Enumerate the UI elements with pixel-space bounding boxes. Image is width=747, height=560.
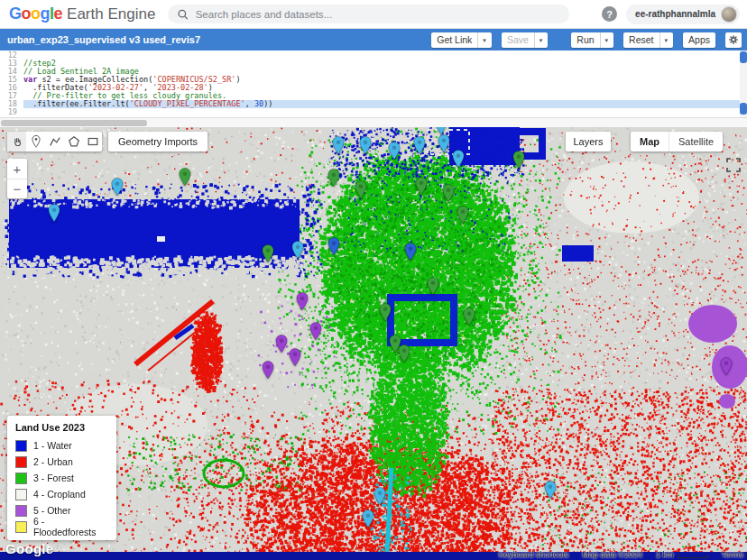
scrollbar-thumb[interactable]: [1, 120, 147, 126]
map-marker[interactable]: [332, 136, 345, 155]
top-header: Google Earth Engine ? ee-rathphannalmla: [0, 0, 747, 29]
legend-item: 1 - Water: [15, 437, 108, 454]
map-marker[interactable]: [291, 241, 304, 260]
geometry-toolbar: [7, 132, 102, 151]
legend-label: 3 - Forest: [33, 473, 74, 483]
logo-letter: g: [41, 5, 51, 23]
chevron-down-icon[interactable]: ▾: [477, 32, 486, 48]
map-type-satellite-button[interactable]: Satellite: [669, 132, 723, 151]
google-logo: Google: [9, 5, 62, 23]
map-marker[interactable]: [720, 357, 733, 376]
map-marker[interactable]: [275, 335, 288, 353]
apps-button[interactable]: Apps: [683, 32, 715, 48]
map-area[interactable]: Geometry Imports Layers Map Satellite + …: [0, 127, 747, 560]
layers-button[interactable]: Layers: [566, 132, 611, 151]
code-editor[interactable]: 1213//step214// Load Sentinel 2A image15…: [0, 50, 747, 127]
zoom-out-button[interactable]: −: [7, 179, 27, 198]
polygon-tool-button[interactable]: [64, 132, 83, 151]
map-marker[interactable]: [327, 237, 340, 256]
map-marker[interactable]: [327, 169, 340, 188]
logo-letter: e: [54, 5, 63, 23]
code-line[interactable]: 19: [0, 108, 740, 116]
map-marker[interactable]: [359, 136, 372, 155]
code-line[interactable]: 12: [0, 51, 740, 60]
map-marker[interactable]: [544, 481, 557, 500]
chevron-down-icon[interactable]: ▾: [600, 32, 609, 48]
pan-tool-button[interactable]: [7, 132, 26, 151]
chevron-down-icon[interactable]: ▾: [659, 32, 669, 48]
legend-rows: 1 - Water2 - Urban3 - Forest4 - Cropland…: [15, 437, 108, 535]
code-line[interactable]: 18 .filter(ee.Filter.lt('CLOUDY_PIXEL_PE…: [0, 100, 740, 108]
zoom-control: + −: [7, 159, 27, 198]
map-marker[interactable]: [442, 184, 455, 203]
map-marker[interactable]: [512, 151, 525, 170]
map-marker[interactable]: [413, 136, 426, 155]
rectangle-icon: [87, 135, 99, 148]
polyline-icon: [49, 135, 61, 148]
account-chip[interactable]: ee-rathphannalmla: [626, 5, 740, 24]
code-text: .filter(ee.Filter.lt('CLOUDY_PIXEL_PERCE…: [23, 100, 740, 108]
scrollbar-selection-marker: [740, 103, 747, 115]
editor-vertical-scrollbar[interactable]: [740, 50, 747, 117]
scale-bar: [678, 554, 708, 558]
terms-link[interactable]: Terms: [722, 550, 744, 559]
run-button[interactable]: Run ▾: [571, 32, 613, 48]
logo-letter: o: [31, 5, 41, 23]
map-marker[interactable]: [404, 243, 417, 262]
google-maps-logo: Google: [5, 541, 53, 556]
logo-letter: o: [22, 5, 32, 23]
map-type-toggle: Map Satellite: [631, 132, 723, 151]
keyboard-shortcuts-link[interactable]: Keyboard shortcuts: [499, 550, 569, 559]
zoom-in-button[interactable]: +: [7, 159, 27, 179]
map-marker[interactable]: [388, 142, 401, 161]
map-marker[interactable]: [111, 178, 124, 197]
search-bar[interactable]: [168, 5, 569, 23]
legend-swatch: [15, 473, 27, 484]
search-input[interactable]: [196, 9, 561, 20]
rectangle-tool-button[interactable]: [83, 132, 102, 151]
get-link-button[interactable]: Get Link ▾: [431, 32, 492, 48]
map-marker[interactable]: [398, 344, 410, 363]
map-marker[interactable]: [362, 510, 374, 528]
map-marker[interactable]: [463, 308, 475, 326]
map-marker[interactable]: [456, 206, 469, 225]
map-marker[interactable]: [438, 134, 450, 153]
map-marker[interactable]: [262, 244, 274, 263]
reset-button[interactable]: Reset ▾: [623, 32, 673, 48]
fullscreen-button[interactable]: [726, 158, 741, 172]
editor-horizontal-scrollbar[interactable]: [0, 117, 747, 127]
map-marker[interactable]: [48, 204, 60, 223]
map-marker[interactable]: [415, 177, 428, 196]
legend-swatch: [15, 456, 27, 468]
map-marker[interactable]: [296, 292, 309, 311]
map-marker[interactable]: [262, 361, 274, 380]
save-button[interactable]: Save ▾: [502, 32, 548, 48]
polyline-tool-button[interactable]: [45, 132, 64, 151]
placemark-tool-button[interactable]: [26, 132, 45, 151]
map-marker[interactable]: [452, 150, 465, 169]
map-marker[interactable]: [379, 303, 392, 322]
settings-button[interactable]: [725, 32, 742, 48]
legend-title: Land Use 2023: [15, 422, 108, 433]
help-icon[interactable]: ?: [602, 6, 617, 22]
map-marker[interactable]: [289, 348, 301, 367]
scrollbar-thumb[interactable]: [740, 51, 747, 63]
map-marker[interactable]: [355, 180, 367, 199]
legend-item: 2 - Urban: [15, 454, 108, 470]
map-type-map-button[interactable]: Map: [631, 132, 669, 151]
map-marker[interactable]: [374, 487, 386, 506]
gear-icon: [728, 34, 739, 45]
avatar: [721, 6, 737, 23]
legend-swatch: [15, 440, 27, 452]
geometry-imports-button[interactable]: Geometry Imports: [108, 132, 208, 151]
account-name: ee-rathphannalmla: [635, 9, 715, 19]
map-marker[interactable]: [179, 168, 191, 187]
legend-label: 5 - Other: [33, 505, 70, 516]
map-marker[interactable]: [309, 322, 322, 341]
polygon-icon: [68, 135, 80, 148]
legend-swatch: [15, 505, 27, 517]
scale-control: 1 km: [656, 550, 708, 559]
map-marker[interactable]: [427, 277, 439, 296]
map-attribution: Keyboard shortcuts Map data ©2024 1 km T…: [499, 550, 743, 559]
chevron-down-icon[interactable]: ▾: [534, 32, 543, 48]
